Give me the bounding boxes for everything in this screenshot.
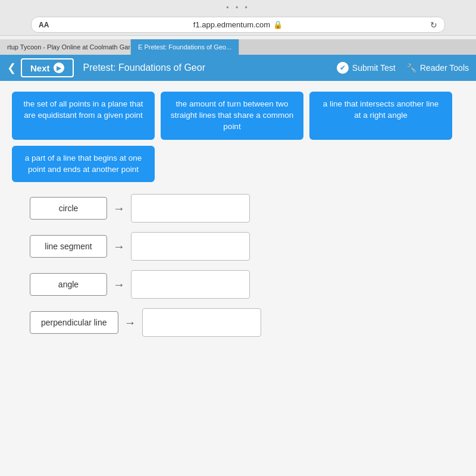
term-segment: line segment [30, 235, 107, 258]
tab-coolmath-label: rtup Tycoon - Play Online at Coolmath Ga… [7, 43, 131, 51]
app-toolbar: ❮ Next ▶ Pretest: Foundations of Geor ✔ … [0, 55, 476, 81]
back-chevron-icon[interactable]: ❮ [7, 61, 16, 74]
tab-pretest[interactable]: E Pretest: Foundations of Geo... [131, 39, 239, 55]
matching-section: circle → line segment → angle → perpendi… [12, 194, 464, 337]
answer-box-angle[interactable] [131, 270, 250, 299]
reader-tools-button[interactable]: 🔧 Reader Tools [406, 63, 469, 73]
arrow-segment: → [107, 240, 131, 253]
main-content: the set of all points in a plane that ar… [0, 81, 476, 476]
browser-tabs: rtup Tycoon - Play Online at Coolmath Ga… [0, 39, 476, 55]
address-bar[interactable]: AA f1.app.edmentum.com 🔒 ↻ [31, 17, 445, 33]
arrow-perpendicular: → [118, 316, 142, 330]
aa-label: AA [39, 21, 49, 29]
arrow-angle: → [107, 278, 131, 292]
term-circle: circle [30, 197, 107, 220]
submit-check-icon: ✔ [337, 62, 349, 74]
reader-label: Reader Tools [420, 63, 469, 73]
browser-chrome: • • • AA f1.app.edmentum.com 🔒 ↻ [0, 0, 476, 36]
match-row-perpendicular: perpendicular line → [30, 308, 464, 337]
lock-icon: 🔒 [273, 20, 283, 29]
url-text: f1.app.edmentum.com [193, 20, 270, 29]
answer-box-perpendicular[interactable] [142, 308, 261, 337]
next-arrow-icon: ▶ [54, 62, 64, 73]
term-perpendicular: perpendicular line [30, 311, 118, 334]
chip-circle[interactable]: the set of all points in a plane that ar… [12, 92, 155, 140]
submit-label: Submit Test [352, 63, 396, 73]
browser-dots: • • • [7, 4, 469, 14]
match-row-circle: circle → [30, 194, 464, 223]
match-row-segment: line segment → [30, 232, 464, 261]
answer-box-circle[interactable] [131, 194, 250, 223]
arrow-circle: → [107, 202, 131, 215]
tab-pretest-label: E Pretest: Foundations of Geo... [138, 43, 231, 51]
next-label: Next [30, 63, 50, 73]
answer-box-segment[interactable] [131, 232, 250, 261]
match-row-angle: angle → [30, 270, 464, 299]
wrench-icon: 🔧 [406, 63, 416, 73]
refresh-icon[interactable]: ↻ [430, 20, 437, 30]
next-button[interactable]: Next ▶ [21, 58, 74, 77]
submit-test-button[interactable]: ✔ Submit Test [337, 62, 396, 74]
chip-angle[interactable]: the amount of turn between two straight … [161, 92, 303, 140]
answer-chips-container: the set of all points in a plane that ar… [12, 92, 464, 182]
term-angle: angle [30, 273, 107, 296]
tab-coolmath[interactable]: rtup Tycoon - Play Online at Coolmath Ga… [0, 39, 131, 55]
chip-perpendicular[interactable]: a line that intersects another line at a… [309, 92, 452, 140]
page-title: Pretest: Foundations of Geor [83, 62, 337, 73]
chip-segment[interactable]: a part of a line that begins at one poin… [12, 146, 155, 183]
